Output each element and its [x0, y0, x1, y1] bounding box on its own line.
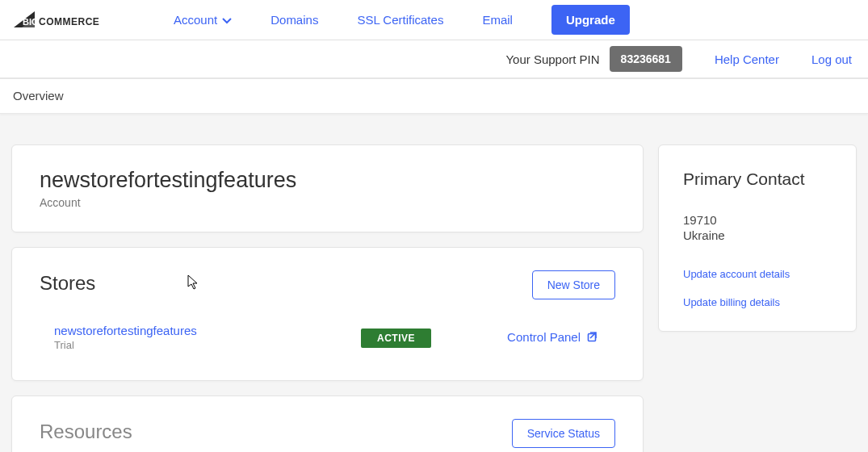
external-link-icon	[587, 330, 599, 345]
svg-text:COMMERCE: COMMERCE	[39, 16, 99, 27]
control-panel-link[interactable]: Control Panel	[507, 330, 599, 345]
upgrade-button[interactable]: Upgrade	[551, 5, 630, 35]
account-card: newstorefortestingfeatures Account	[11, 144, 644, 232]
account-subtitle: Account	[40, 196, 615, 209]
service-status-button[interactable]: Service Status	[512, 419, 615, 448]
store-action-col: Control Panel	[507, 330, 615, 345]
stores-header: Stores New Store	[40, 270, 615, 299]
help-center-link[interactable]: Help Center	[715, 52, 779, 66]
status-badge: ACTIVE	[361, 329, 431, 348]
main-column: newstorefortestingfeatures Account Store…	[11, 144, 644, 452]
store-plan-label: Trial	[54, 339, 361, 351]
nav-account-label: Account	[174, 13, 217, 27]
nav-account[interactable]: Account	[174, 13, 232, 27]
new-store-button[interactable]: New Store	[532, 270, 615, 299]
resources-card: Resources Service Status	[11, 396, 644, 452]
resources-heading: Resources	[40, 421, 132, 443]
primary-contact-heading: Primary Contact	[683, 170, 832, 189]
support-pin-badge: 83236681	[610, 46, 682, 72]
stores-heading: Stores	[40, 272, 95, 295]
secondary-nav: Your Support PIN 83236681 Help Center Lo…	[0, 40, 868, 79]
support-pin-label: Your Support PIN	[505, 52, 599, 66]
support-pin-group: Your Support PIN 83236681	[505, 46, 681, 72]
update-account-link[interactable]: Update account details	[683, 268, 832, 280]
store-name-block: newstorefortestingfeatures Trial	[54, 324, 361, 351]
nav-ssl[interactable]: SSL Certificates	[357, 13, 443, 27]
primary-nav: Account Domains SSL Certificates Email U…	[174, 5, 630, 35]
update-billing-link[interactable]: Update billing details	[683, 296, 832, 308]
nav-domains[interactable]: Domains	[270, 13, 318, 27]
account-title: newstorefortestingfeatures	[40, 168, 615, 193]
store-name-link[interactable]: newstorefortestingfeatures	[54, 324, 361, 337]
store-status-col: ACTIVE	[361, 330, 431, 345]
stores-card: Stores New Store newstorefortestingfeatu…	[11, 247, 644, 381]
control-panel-label: Control Panel	[507, 330, 581, 344]
svg-text:BIG: BIG	[23, 17, 39, 27]
bigcommerce-logo[interactable]: BIG COMMERCE	[12, 10, 125, 31]
logout-link[interactable]: Log out	[811, 52, 852, 66]
resources-header: Resources Service Status	[40, 419, 615, 448]
top-nav: BIG COMMERCE Account Domains SSL Certifi…	[0, 0, 868, 40]
primary-contact-card: Primary Contact 19710 Ukraine Update acc…	[658, 144, 857, 332]
contact-zip: 19710	[683, 213, 832, 227]
page-content: newstorefortestingfeatures Account Store…	[0, 114, 868, 452]
contact-country: Ukraine	[683, 228, 832, 242]
nav-email[interactable]: Email	[482, 13, 513, 27]
breadcrumb-overview[interactable]: Overview	[13, 89, 64, 103]
side-column: Primary Contact 19710 Ukraine Update acc…	[658, 144, 857, 452]
breadcrumb-bar: Overview	[0, 79, 868, 114]
store-row: newstorefortestingfeatures Trial ACTIVE …	[40, 322, 615, 358]
chevron-down-icon	[222, 13, 232, 27]
